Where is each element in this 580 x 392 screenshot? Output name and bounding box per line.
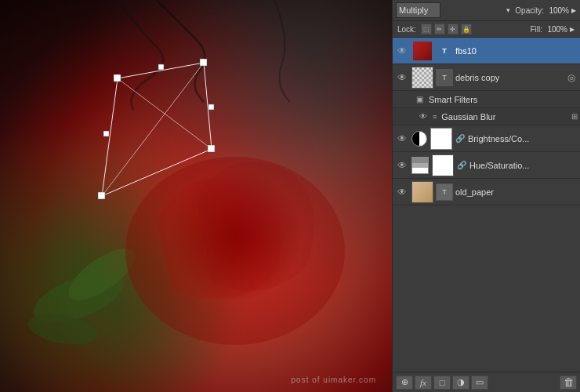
lock-transparent-btn[interactable]: ⬚ [421, 24, 432, 34]
smart-filters-label: Smart Filters [429, 95, 578, 104]
delete-layer-btn[interactable]: 🗑 [560, 376, 577, 390]
layer-brightness-contrast[interactable]: 👁 🔗 Brightness/Co... [393, 125, 580, 152]
layer-name-debris: debris copy [455, 73, 563, 82]
layer-gaussian-blur[interactable]: 👁 ≡ Gaussian Blur ⊞ [393, 108, 580, 125]
gaussian-filter-icon: ⊞ [571, 112, 578, 121]
layer-name-gaussian: Gaussian Blur [441, 112, 569, 122]
thumb-old-paper [411, 181, 433, 203]
opacity-label: Opacity: [515, 6, 544, 15]
visibility-old-paper[interactable]: 👁 [395, 185, 409, 199]
fx-btn[interactable]: fx [415, 376, 432, 390]
layer-type-old-paper: T [436, 183, 453, 201]
lock-image-btn[interactable]: ✏ [434, 24, 445, 34]
layer-fbs10[interactable]: 👁 T fbs10 [393, 38, 580, 64]
layer-name-brightness: Brightness/Co... [468, 134, 578, 143]
lock-label: Lock: [397, 25, 416, 34]
link-brightness: 🔗 [455, 134, 465, 143]
opacity-arrow[interactable]: ▶ [571, 7, 577, 14]
layer-debris-copy[interactable]: 👁 T debris copy ◎ [393, 64, 580, 91]
layer-badge-debris: ◎ [565, 71, 578, 84]
opacity-group: Opacity: 100% ▶ [515, 6, 577, 15]
layers-toolbar: ⊕ fx □ ◑ ▭ 🗑 [393, 372, 580, 392]
lock-fill-row: Lock: ⬚ ✏ ✛ 🔒 Fill: 100% ▶ [393, 21, 580, 38]
visibility-fbs10[interactable]: 👁 [395, 44, 409, 58]
layer-old-paper[interactable]: 👁 T old_paper [393, 179, 580, 205]
opacity-value: 100% [546, 6, 569, 15]
blend-mode-select[interactable]: Multiply Normal Screen Overlay [396, 2, 440, 18]
visibility-debris[interactable]: 👁 [395, 71, 409, 85]
lock-position-btn[interactable]: ✛ [448, 24, 459, 34]
layer-name-fbs10: fbs10 [455, 46, 578, 56]
fill-label: Fill: [530, 25, 542, 34]
layer-type-fbs10: T [436, 42, 453, 60]
layers-list[interactable]: 👁 T fbs10 👁 T debris copy ◎ ▣ Smart Filt… [393, 38, 580, 372]
link-hue: 🔗 [457, 161, 466, 169]
blend-mode-wrapper[interactable]: Multiply Normal Screen Overlay [396, 2, 513, 18]
thumb-brightness-mask [430, 128, 452, 150]
thumb-fbs10 [411, 40, 433, 62]
adjustment-btn[interactable]: ◑ [452, 376, 469, 390]
thumb-hue-mask [432, 154, 454, 176]
visibility-gaussian[interactable]: 👁 [416, 110, 430, 124]
layer-smart-filters[interactable]: ▣ Smart Filters [393, 91, 580, 108]
lock-all-btn[interactable]: 🔒 [461, 24, 472, 34]
layer-name-old-paper: old_paper [455, 187, 578, 197]
panels: Multiply Normal Screen Overlay Opacity: … [392, 0, 580, 392]
thumb-hue [411, 157, 429, 174]
fill-value: 100% [544, 25, 567, 34]
layer-name-hue: Hue/Saturatio... [469, 161, 578, 170]
mask-btn[interactable]: □ [433, 376, 451, 390]
layer-hue-saturation[interactable]: 👁 🔗 Hue/Saturatio... [393, 152, 580, 179]
fill-arrow[interactable]: ▶ [569, 26, 575, 33]
visibility-hue[interactable]: 👁 [395, 158, 409, 172]
group-btn[interactable]: ▭ [471, 376, 488, 390]
blend-opacity-row: Multiply Normal Screen Overlay Opacity: … [393, 0, 580, 21]
link-layers-btn[interactable]: ⊕ [396, 376, 413, 390]
thumb-brightness [411, 131, 427, 147]
fill-group: Fill: 100% ▶ [530, 25, 575, 34]
lock-icons: ⬚ ✏ ✛ 🔒 [421, 24, 472, 34]
thumb-debris [411, 67, 433, 89]
layer-type-debris: T [436, 69, 453, 86]
canvas-area: post of uimaker.com [0, 0, 392, 392]
visibility-brightness[interactable]: 👁 [395, 132, 409, 146]
watermark: post of uimaker.com [292, 376, 376, 384]
